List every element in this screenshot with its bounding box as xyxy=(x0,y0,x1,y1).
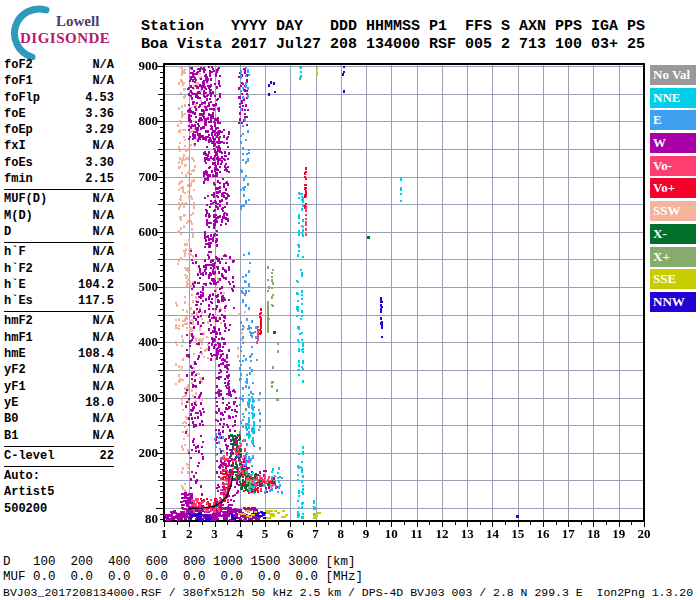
panel-divider xyxy=(4,189,114,190)
parameter-row: Auto: xyxy=(4,468,114,484)
legend-item: NNE xyxy=(650,88,696,108)
parameter-value: N/A xyxy=(92,428,114,444)
parameter-panel: foF2N/AfoF1N/AfoFlp4.53foE3.36foEp3.29fx… xyxy=(4,57,114,517)
parameter-value: 3.36 xyxy=(85,106,114,122)
y-tick-label: 400 xyxy=(114,334,158,349)
parameter-label: foEp xyxy=(4,122,33,138)
y-tick-label: 300 xyxy=(114,390,158,405)
file-info-row: BVJ03_2017208134000.RSF / 380fx512h 50 k… xyxy=(3,586,693,599)
parameter-value: 104.2 xyxy=(78,277,114,293)
parameter-value: N/A xyxy=(92,191,114,207)
legend-item: E xyxy=(650,110,696,130)
parameter-row: hmE108.4 xyxy=(4,346,114,362)
parameter-row: foFlp4.53 xyxy=(4,90,114,106)
parameter-label: foFlp xyxy=(4,90,40,106)
parameter-value: N/A xyxy=(92,362,114,378)
parameter-value: N/A xyxy=(92,224,114,240)
legend-item: X+ xyxy=(650,247,696,267)
parameter-label: h`F2 xyxy=(4,261,33,277)
parameter-label: hmF1 xyxy=(4,330,33,346)
logo-brand-digisonde: DIGISONDE xyxy=(20,30,110,47)
parameter-label: hmE xyxy=(4,346,26,362)
parameter-value: N/A xyxy=(92,411,114,427)
parameter-row: B0N/A xyxy=(4,411,114,427)
parameter-value: N/A xyxy=(92,73,114,89)
panel-divider xyxy=(4,466,114,467)
parameter-label: M(D) xyxy=(4,208,33,224)
parameter-value: 22 xyxy=(100,448,114,464)
parameter-value: N/A xyxy=(92,208,114,224)
parameter-label: D xyxy=(4,224,11,240)
parameter-label: h`E xyxy=(4,277,26,293)
y-tick-label: 200 xyxy=(114,445,158,460)
parameter-label: MUF(D) xyxy=(4,191,47,207)
legend-item: SSW xyxy=(650,201,696,221)
parameter-row: C-level22 xyxy=(4,448,114,464)
parameter-row: MUF(D)N/A xyxy=(4,191,114,207)
legend-item: X- xyxy=(650,224,696,244)
parameter-label: fmin xyxy=(4,171,33,187)
legend-item: Vo+ xyxy=(650,178,696,198)
legend-item: SSE xyxy=(650,269,696,289)
parameter-row: hmF2N/A xyxy=(4,313,114,329)
parameter-row: foEs3.30 xyxy=(4,155,114,171)
distance-row: D 100 200 400 600 800 1000 1500 3000 [km… xyxy=(3,555,356,569)
parameter-value: N/A xyxy=(92,379,114,395)
parameter-value: 108.4 xyxy=(78,346,114,362)
parameter-row: foE3.36 xyxy=(4,106,114,122)
parameter-label: yF2 xyxy=(4,362,26,378)
parameter-row: h`E104.2 xyxy=(4,277,114,293)
ionogram-plot xyxy=(140,55,646,529)
parameter-value: N/A xyxy=(92,313,114,329)
parameter-label: C-level xyxy=(4,448,54,464)
parameter-row: yF1N/A xyxy=(4,379,114,395)
y-tick-label: 800 xyxy=(114,113,158,128)
parameter-label: B0 xyxy=(4,411,18,427)
parameter-value: N/A xyxy=(92,244,114,260)
y-tick-label: 900 xyxy=(114,58,158,73)
parameter-value: N/A xyxy=(92,330,114,346)
parameter-label: fxI xyxy=(4,138,26,154)
parameter-row: B1N/A xyxy=(4,428,114,444)
parameter-row: h`Es117.5 xyxy=(4,293,114,309)
x-tick-label: 20 xyxy=(629,527,659,541)
logo-brand-lowell: Lowell xyxy=(56,13,99,30)
parameter-label: Artist5 xyxy=(4,484,54,500)
parameter-label: Auto: xyxy=(4,468,40,484)
header-column-names: Station YYYY DAY DDD HHMMSS P1 FFS S AXN… xyxy=(141,19,645,34)
parameter-value: N/A xyxy=(92,138,114,154)
parameter-label: B1 xyxy=(4,428,18,444)
parameter-label: foF1 xyxy=(4,73,33,89)
y-tick-label: 80 xyxy=(114,511,158,526)
panel-divider xyxy=(4,311,114,312)
panel-divider xyxy=(4,242,114,243)
parameter-row: M(D)N/A xyxy=(4,208,114,224)
parameter-row: hmF1N/A xyxy=(4,330,114,346)
legend-item: W xyxy=(650,133,696,153)
parameter-value: N/A xyxy=(92,261,114,277)
parameter-label: yE xyxy=(4,395,18,411)
panel-divider xyxy=(4,446,114,447)
parameter-row: h`FN/A xyxy=(4,244,114,260)
muf-row: MUF 0.0 0.0 0.0 0.0 0.0 0.0 0.0 0.0 [MHz… xyxy=(3,570,363,584)
parameter-value: 3.29 xyxy=(85,122,114,138)
parameter-row: fxIN/A xyxy=(4,138,114,154)
legend-item: Vo- xyxy=(650,156,696,176)
parameter-row: yE18.0 xyxy=(4,395,114,411)
parameter-value: 18.0 xyxy=(85,395,114,411)
parameter-row: foEp3.29 xyxy=(4,122,114,138)
y-tick-label: 600 xyxy=(114,224,158,239)
parameter-row: 500200 xyxy=(4,501,114,517)
parameter-row: DN/A xyxy=(4,224,114,240)
parameter-label: yF1 xyxy=(4,379,26,395)
parameter-value: 4.53 xyxy=(85,90,114,106)
lowell-digisonde-logo: Lowell DIGISONDE xyxy=(4,2,134,54)
y-tick-label: 700 xyxy=(114,169,158,184)
parameter-row: fmin2.15 xyxy=(4,171,114,187)
legend-item: NNW xyxy=(650,292,696,312)
parameter-label: h`Es xyxy=(4,293,33,309)
parameter-value: N/A xyxy=(92,57,114,73)
parameter-label: foF2 xyxy=(4,57,33,73)
parameter-label: foE xyxy=(4,106,26,122)
parameter-row: h`F2N/A xyxy=(4,261,114,277)
